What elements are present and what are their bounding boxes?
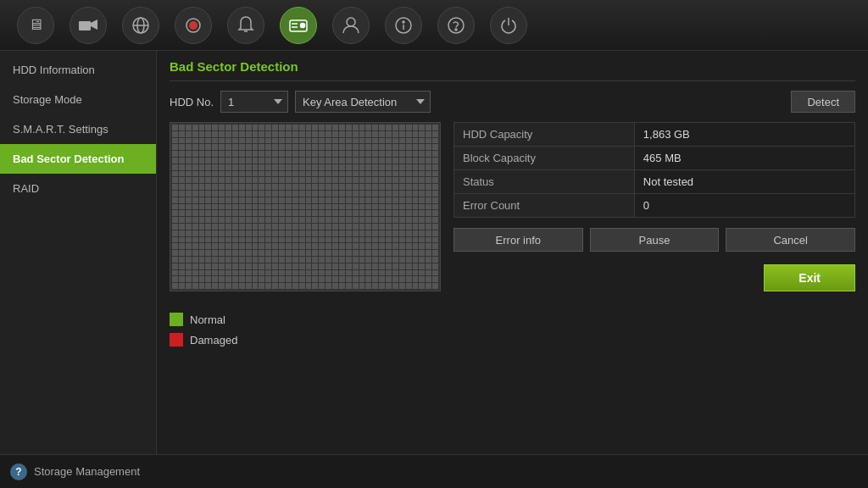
grid-cell [286,151,292,157]
grid-cell [332,131,338,137]
error-info-button[interactable]: Error info [453,228,583,252]
hdd-no-select[interactable]: 1 2 3 [220,91,288,113]
record-icon[interactable] [175,7,212,44]
grid-cell [399,184,405,190]
grid-cell [239,131,245,137]
grid-cell [332,158,338,164]
grid-cell [346,191,352,197]
status-label: Status [454,170,635,194]
grid-cell [225,237,231,243]
grid-cell [186,243,192,249]
grid-cell [419,210,425,216]
grid-cell [419,164,425,170]
globe-icon[interactable] [122,7,159,44]
hdd-storage-icon[interactable] [280,7,317,44]
grid-cell [212,125,218,130]
grid-cell [292,257,298,263]
grid-cell [413,131,419,137]
grid-cell [186,144,192,150]
grid-cell [212,224,218,230]
grid-cell [306,270,312,276]
grid-cell [353,131,359,137]
grid-cell [246,177,252,183]
grid-cell [253,276,259,282]
grid-cell [392,197,398,203]
grid-cell [386,171,392,177]
grid-cell [179,243,185,249]
pause-button[interactable]: Pause [590,228,720,252]
grid-cell [212,230,218,236]
grid-cell [399,283,405,289]
grid-cell [199,158,205,164]
grid-cell [312,283,318,289]
grid-cell [312,230,318,236]
sidebar-item-hdd-information[interactable]: HDD Information [0,55,156,85]
cancel-button[interactable]: Cancel [726,228,855,252]
grid-cell [225,204,231,210]
grid-cell [386,197,392,203]
grid-cell [225,191,231,197]
grid-cell [406,197,412,203]
grid-cell [253,158,259,164]
grid-cell [192,217,198,223]
grid-cell [339,250,345,256]
grid-cell [179,270,185,276]
exit-button[interactable]: Exit [764,264,855,291]
key-area-select[interactable]: Key Area Detection Full Detection [295,91,431,113]
grid-cell [359,237,365,243]
detect-button[interactable]: Detect [791,91,855,113]
grid-cell [372,270,378,276]
grid-cell [353,164,359,170]
user-icon[interactable] [332,7,370,44]
grid-cell [232,158,238,164]
grid-cell [379,171,385,177]
sidebar-item-smart-settings[interactable]: S.M.A.R.T. Settings [0,114,156,144]
grid-cell [359,171,365,177]
grid-cell [372,151,378,157]
grid-cell [406,210,412,216]
grid-cell [392,158,398,164]
grid-cell [346,171,352,177]
grid-cell [186,191,192,197]
monitor-icon[interactable]: 🖥 [17,7,54,44]
grid-cell [392,177,398,183]
grid-cell [419,125,425,130]
grid-cell [359,144,365,150]
grid-cell [406,250,412,256]
grid-cell [253,217,259,223]
help-icon[interactable] [437,7,475,44]
grid-cell [172,204,178,210]
grid-cell [253,131,259,137]
grid-cell [306,276,312,282]
grid-cell [286,263,292,269]
grid-cell [299,276,305,282]
grid-cell [332,210,338,216]
grid-cell [219,263,225,269]
hdd-capacity-label: HDD Capacity [454,123,635,147]
power-icon[interactable] [490,7,527,44]
bell-icon[interactable] [227,7,264,44]
grid-cell [259,276,264,282]
sidebar-item-raid[interactable]: RAID [0,174,156,203]
camera-icon[interactable] [70,7,107,44]
grid-cell [353,237,359,243]
grid-cell [353,250,359,256]
grid-cell [279,276,285,282]
grid-cell [339,243,345,249]
grid-cell [225,250,231,256]
grid-cell [432,184,438,190]
grid-cell [346,204,352,210]
sidebar-item-storage-mode[interactable]: Storage Mode [0,85,156,114]
grid-cell [413,257,419,263]
grid-cell [386,283,392,289]
grid-cell [212,210,218,216]
grid-cell [192,210,198,216]
grid-cell [419,131,425,137]
grid-cell [272,217,278,223]
info-icon[interactable] [385,7,422,44]
grid-cell [232,217,238,223]
grid-cell [225,276,231,282]
grid-cell [379,270,385,276]
grid-cell [326,131,331,137]
sidebar-item-bad-sector[interactable]: Bad Sector Detection [0,144,156,174]
